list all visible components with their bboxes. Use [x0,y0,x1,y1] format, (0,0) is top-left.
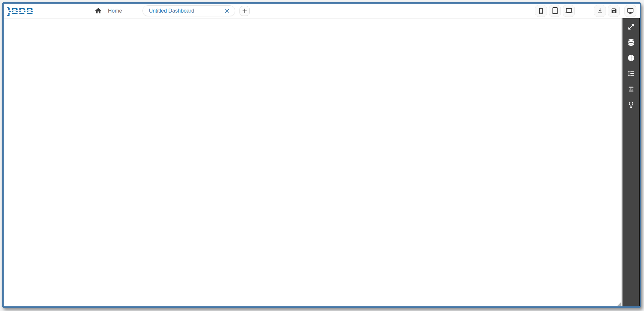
dashboard-tab[interactable]: Untitled Dashboard [142,5,235,16]
tablet-icon [552,7,559,14]
add-tab-button[interactable] [240,6,250,16]
line-spacing-button[interactable] [624,67,638,80]
app-window: }BDB Home Untitled Dashboard [2,2,641,308]
line-spacing-icon [627,70,635,77]
download-button[interactable] [594,5,606,17]
plus-icon [242,8,247,14]
top-toolbar: }BDB Home Untitled Dashboard [4,4,640,18]
page-background: }BDB Home Untitled Dashboard [0,0,644,311]
bdb-logo[interactable]: }BDB [7,6,34,16]
swap-horizontal-icon [627,85,635,93]
pie-chart-icon [627,54,635,62]
laptop-preview-button[interactable] [563,5,575,17]
dashboard-tab-title: Untitled Dashboard [149,8,224,14]
download-icon [597,8,603,14]
charts-button[interactable] [624,51,638,65]
save-icon [611,8,617,14]
logo-mark-icon: } [7,5,11,16]
home-label: Home [108,8,122,14]
mobile-icon [538,8,544,14]
tablet-preview-button[interactable] [549,5,561,17]
swap-button[interactable] [624,82,638,96]
expand-button[interactable] [624,20,638,33]
save-button[interactable] [608,5,620,17]
toolbar-right-group [533,5,636,17]
close-icon [224,8,230,14]
canvas-resize-handle[interactable] [617,302,621,306]
dashboard-canvas[interactable] [4,18,621,306]
desktop-monitor-icon [627,8,634,14]
content-row [4,18,640,306]
data-sources-button[interactable] [624,36,638,49]
insights-button[interactable] [624,98,638,111]
logo-text: BDB [11,5,34,16]
right-sidebar [622,18,640,306]
screen-preview-button[interactable] [624,5,636,17]
expand-diagonal-icon [627,23,635,30]
home-button[interactable]: Home [94,7,122,15]
lightbulb-icon [627,101,635,108]
laptop-icon [565,7,572,14]
mobile-preview-button[interactable] [535,5,547,17]
database-icon [627,38,635,46]
tab-close-button[interactable] [224,7,231,14]
home-icon [94,7,102,15]
